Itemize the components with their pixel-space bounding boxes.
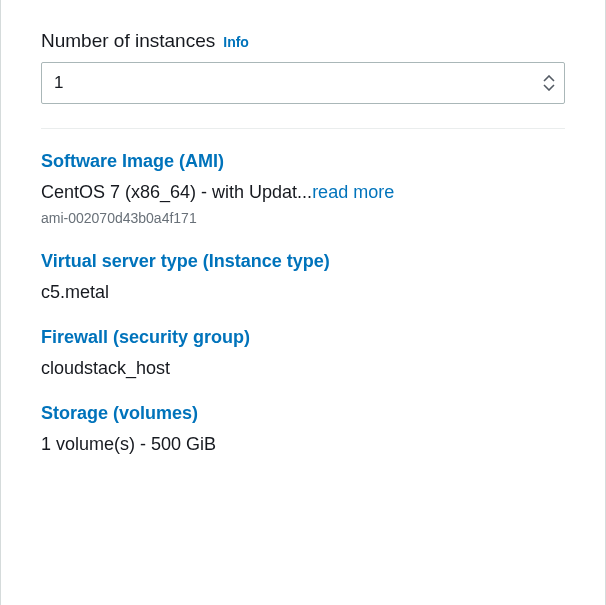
- summary-panel: Number of instances Info Software Image …: [0, 0, 606, 605]
- divider: [41, 128, 565, 129]
- section-ami-value: CentOS 7 (x86_64) - with Updat...read mo…: [41, 180, 565, 229]
- section-storage: Storage (volumes) 1 volume(s) - 500 GiB: [41, 403, 565, 457]
- section-security-group-title: Firewall (security group): [41, 327, 565, 348]
- ami-id: ami-002070d43b0a4f171: [41, 209, 565, 229]
- chevron-down-icon[interactable]: [543, 83, 555, 91]
- section-instance-type: Virtual server type (Instance type) c5.m…: [41, 251, 565, 305]
- section-storage-title: Storage (volumes): [41, 403, 565, 424]
- section-instance-type-value: c5.metal: [41, 280, 565, 305]
- section-storage-value: 1 volume(s) - 500 GiB: [41, 432, 565, 457]
- section-ami: Software Image (AMI) CentOS 7 (x86_64) -…: [41, 151, 565, 229]
- section-security-group-value: cloudstack_host: [41, 356, 565, 381]
- section-instance-type-title: Virtual server type (Instance type): [41, 251, 565, 272]
- ami-name: CentOS 7 (x86_64) - with Updat...: [41, 182, 312, 202]
- section-security-group: Firewall (security group) cloudstack_hos…: [41, 327, 565, 381]
- info-link[interactable]: Info: [223, 34, 249, 50]
- chevron-up-icon[interactable]: [543, 75, 555, 83]
- instance-count-header: Number of instances Info: [41, 30, 565, 52]
- instance-count-stepper[interactable]: [41, 62, 565, 104]
- section-ami-title: Software Image (AMI): [41, 151, 565, 172]
- read-more-link[interactable]: read more: [312, 182, 394, 202]
- stepper-arrows[interactable]: [543, 75, 555, 91]
- instance-count-label: Number of instances: [41, 30, 215, 52]
- instance-count-input[interactable]: [41, 62, 565, 104]
